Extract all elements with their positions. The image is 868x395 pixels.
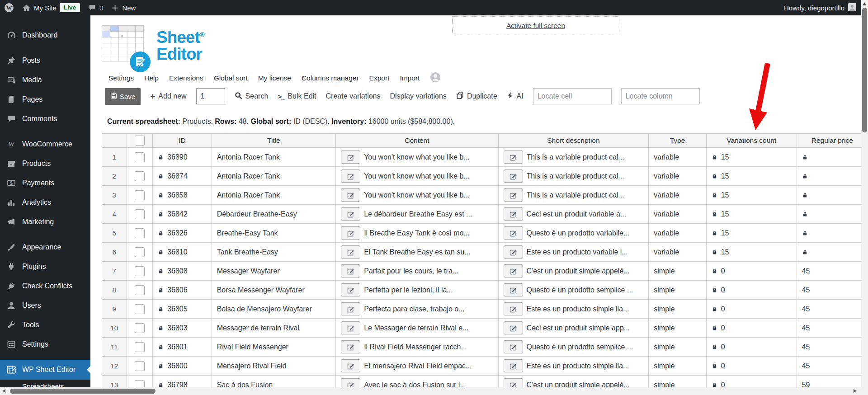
open-editor-button[interactable]	[341, 359, 360, 372]
variations-count-cell[interactable]: 0	[706, 262, 797, 281]
short-description-cell[interactable]: This is a variable product cal...	[498, 186, 649, 205]
id-cell[interactable]: 36805	[153, 300, 212, 319]
open-editor-button[interactable]	[341, 340, 360, 353]
content-cell[interactable]: Le Messager de terrain Rival e...	[336, 319, 498, 338]
add-new-count-input[interactable]	[196, 88, 225, 104]
scroll-left-arrow-icon[interactable]	[2, 389, 5, 393]
id-cell[interactable]: 36874	[153, 167, 212, 186]
short-description-cell[interactable]: Questo è un prodotto semplice ...	[498, 281, 649, 300]
select-all-checkbox[interactable]	[135, 136, 145, 146]
row-checkbox[interactable]	[135, 209, 145, 219]
id-cell[interactable]: 36801	[153, 338, 212, 357]
open-editor-button[interactable]	[504, 264, 523, 277]
row-number[interactable]: 8	[102, 281, 127, 300]
regular-price-cell[interactable]: 45	[797, 262, 868, 281]
plugin-menu-item-export[interactable]: Export	[369, 74, 390, 82]
open-editor-button[interactable]	[504, 245, 523, 259]
profile-avatar-icon[interactable]	[430, 72, 441, 85]
row-checkbox[interactable]	[135, 171, 145, 181]
sidebar-item-woocommerce[interactable]: WWooCommerce	[0, 134, 90, 154]
horizontal-scrollbar[interactable]	[0, 387, 868, 395]
row-checkbox[interactable]	[135, 304, 145, 314]
variations-count-cell[interactable]: 15	[706, 148, 797, 167]
short-description-cell[interactable]: Este es un producto simple lla...	[498, 357, 649, 376]
column-header-select-all[interactable]	[127, 134, 153, 148]
column-header-rownum[interactable]	[102, 134, 127, 148]
plugin-menu-item-global-sort[interactable]: Global sort	[214, 74, 248, 82]
column-header-id[interactable]: ID	[153, 134, 212, 148]
id-cell[interactable]: 36808	[153, 262, 212, 281]
id-cell[interactable]: 36858	[153, 186, 212, 205]
type-cell[interactable]: variable	[649, 167, 706, 186]
id-cell[interactable]: 36810	[153, 243, 212, 262]
title-cell[interactable]: Antonia Racer Tank	[212, 148, 336, 167]
regular-price-cell[interactable]	[797, 148, 868, 167]
variations-count-cell[interactable]: 0	[706, 338, 797, 357]
title-cell[interactable]: Antonia Racer Tank	[212, 186, 336, 205]
short-description-cell[interactable]: This is a variable product cal...	[498, 148, 649, 167]
site-link[interactable]: My Site Live	[18, 0, 84, 15]
title-cell[interactable]: Breathe-Easy Tank	[212, 224, 336, 243]
short-description-cell[interactable]: Este es un producto variable l...	[498, 243, 649, 262]
id-cell[interactable]: 36806	[153, 281, 212, 300]
type-cell[interactable]: simple	[649, 357, 706, 376]
title-cell[interactable]: Borsa Messenger Wayfarer	[212, 281, 336, 300]
variations-count-cell[interactable]: 0	[706, 357, 797, 376]
regular-price-cell[interactable]	[797, 205, 868, 224]
row-number[interactable]: 7	[102, 262, 127, 281]
add-new-button[interactable]: + Add new	[150, 92, 186, 100]
sidebar-item-plugins[interactable]: Plugins	[0, 257, 90, 276]
title-cell[interactable]: Mensajero Rival Field	[212, 357, 336, 376]
variations-count-cell[interactable]: 15	[706, 205, 797, 224]
row-checkbox[interactable]	[135, 361, 145, 371]
sidebar-item-products[interactable]: Products	[0, 154, 90, 173]
vertical-scrollbar[interactable]	[861, 0, 868, 387]
type-cell[interactable]: variable	[649, 148, 706, 167]
variations-count-cell[interactable]: 0	[706, 319, 797, 338]
locate-column-input[interactable]	[621, 88, 700, 104]
variations-count-cell[interactable]: 15	[706, 243, 797, 262]
sidebar-item-comments[interactable]: Comments	[0, 109, 90, 128]
type-cell[interactable]: simple	[649, 262, 706, 281]
scroll-up-arrow-icon[interactable]	[863, 2, 866, 5]
open-editor-button[interactable]	[341, 302, 360, 315]
row-number[interactable]: 1	[102, 148, 127, 167]
open-editor-button[interactable]	[341, 245, 360, 259]
sidebar-item-marketing[interactable]: Marketing	[0, 212, 90, 231]
open-editor-button[interactable]	[504, 226, 523, 240]
variations-count-cell[interactable]: 15	[706, 186, 797, 205]
column-header-content[interactable]: Content	[336, 134, 498, 148]
content-cell[interactable]: You won't know what you like b...	[336, 167, 498, 186]
regular-price-cell[interactable]: 45	[797, 319, 868, 338]
row-number[interactable]: 2	[102, 167, 127, 186]
row-checkbox[interactable]	[135, 266, 145, 276]
duplicate-button[interactable]: Duplicate	[456, 92, 497, 101]
row-checkbox[interactable]	[135, 152, 145, 162]
open-editor-button[interactable]	[504, 302, 523, 315]
short-description-cell[interactable]: Ceci est un produit variable a...	[498, 205, 649, 224]
bulk-edit-button[interactable]: >_ Bulk Edit	[278, 92, 316, 100]
open-editor-button[interactable]	[504, 169, 523, 183]
open-editor-button[interactable]	[504, 188, 523, 202]
title-cell[interactable]: Messager Wayfarer	[212, 262, 336, 281]
id-cell[interactable]: 36803	[153, 319, 212, 338]
row-number[interactable]: 11	[102, 338, 127, 357]
open-editor-button[interactable]	[504, 150, 523, 164]
open-editor-button[interactable]	[341, 264, 360, 277]
sidebar-item-check-conflicts[interactable]: Check Conflicts	[0, 276, 90, 296]
sidebar-item-wp-sheet-editor[interactable]: WP Sheet Editor	[0, 360, 90, 380]
search-button[interactable]: Search	[235, 92, 269, 101]
title-cell[interactable]: Tank Breathe-Easy	[212, 243, 336, 262]
regular-price-cell[interactable]	[797, 224, 868, 243]
plugin-menu-item-columns-manager[interactable]: Columns manager	[302, 74, 359, 82]
short-description-cell[interactable]: Questo è un prodotto semplice ...	[498, 338, 649, 357]
content-cell[interactable]: El Tank Breathe Easy es tan su...	[336, 243, 498, 262]
type-cell[interactable]: simple	[649, 300, 706, 319]
sidebar-item-dashboard[interactable]: Dashboard	[0, 25, 90, 45]
sidebar-item-payments[interactable]: $Payments	[0, 173, 90, 193]
plugin-menu-item-import[interactable]: Import	[400, 74, 420, 82]
title-cell[interactable]: Bolsa de Mensajero Wayfarer	[212, 300, 336, 319]
row-number[interactable]: 10	[102, 319, 127, 338]
vertical-scrollbar-thumb[interactable]	[862, 8, 867, 132]
id-cell[interactable]: 36826	[153, 224, 212, 243]
